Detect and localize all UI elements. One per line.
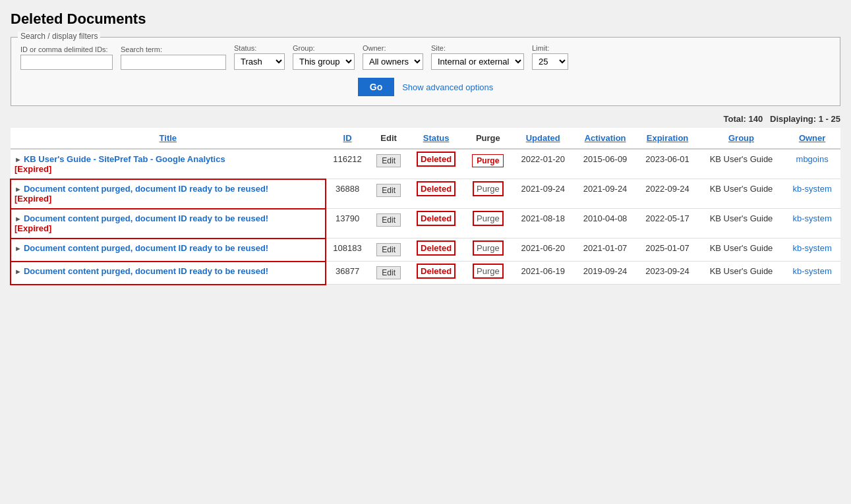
doc-title-link[interactable]: KB User's Guide - SitePref Tab - Google … bbox=[24, 154, 225, 164]
cell-edit: Edit bbox=[369, 149, 408, 179]
doc-title-link[interactable]: Document content purged, document ID rea… bbox=[24, 266, 268, 276]
cell-group: KB User's Guide bbox=[699, 149, 784, 179]
limit-filter-select[interactable]: 25 50 100 bbox=[532, 53, 568, 70]
cell-status: Deleted bbox=[408, 209, 464, 238]
cell-owner: kb-system bbox=[784, 238, 840, 262]
show-advanced-link[interactable]: Show advanced options bbox=[402, 82, 493, 92]
edit-button[interactable]: Edit bbox=[376, 154, 401, 167]
cell-purge: Purge bbox=[464, 238, 512, 262]
col-owner-link[interactable]: Owner bbox=[799, 133, 825, 143]
owner-link[interactable]: kb-system bbox=[793, 184, 832, 194]
col-title-link[interactable]: Title bbox=[160, 133, 177, 143]
site-filter-group: Site: Internal or external Internal Exte… bbox=[431, 44, 524, 70]
col-expiration-link[interactable]: Expiration bbox=[647, 133, 689, 143]
col-edit: Edit bbox=[369, 128, 408, 149]
status-value: Deleted bbox=[417, 181, 455, 196]
owner-filter-select[interactable]: All owners bbox=[363, 53, 423, 70]
col-group-link[interactable]: Group bbox=[728, 133, 754, 143]
site-filter-label: Site: bbox=[431, 44, 524, 52]
expand-triangle[interactable]: ► bbox=[15, 267, 22, 275]
cell-owner: kb-system bbox=[784, 209, 840, 238]
expand-triangle[interactable]: ► bbox=[15, 215, 22, 223]
col-status-link[interactable]: Status bbox=[423, 133, 450, 143]
col-activation: Activation bbox=[574, 128, 636, 149]
col-status: Status bbox=[408, 128, 464, 149]
cell-expiration: 2023-09-24 bbox=[636, 262, 698, 285]
filters-legend: Search / display filters bbox=[18, 32, 100, 41]
total-count: Total: 140 bbox=[724, 114, 763, 124]
status-value: Deleted bbox=[417, 152, 455, 167]
table-row: ►Document content purged, document ID re… bbox=[11, 179, 840, 209]
limit-filter-label: Limit: bbox=[532, 44, 568, 52]
col-id-link[interactable]: ID bbox=[343, 133, 352, 143]
id-filter-group: ID or comma delimited IDs: bbox=[20, 45, 113, 70]
cell-title: ►Document content purged, document ID re… bbox=[11, 262, 326, 285]
col-id: ID bbox=[326, 128, 370, 149]
status-filter-label: Status: bbox=[234, 44, 285, 52]
id-filter-label: ID or comma delimited IDs: bbox=[20, 45, 113, 53]
edit-button[interactable]: Edit bbox=[376, 266, 401, 279]
go-button[interactable]: Go bbox=[358, 78, 394, 96]
group-filter-select[interactable]: This group All groups bbox=[293, 53, 355, 70]
cell-title: ►Document content purged, document ID re… bbox=[11, 179, 326, 209]
edit-button[interactable]: Edit bbox=[376, 243, 401, 256]
table-row: ►Document content purged, document ID re… bbox=[11, 238, 840, 262]
edit-button[interactable]: Edit bbox=[376, 213, 401, 227]
edit-button[interactable]: Edit bbox=[376, 184, 401, 197]
cell-owner: kb-system bbox=[784, 262, 840, 285]
cell-title: ►Document content purged, document ID re… bbox=[11, 209, 326, 238]
cell-updated: 2021-06-19 bbox=[512, 262, 573, 285]
cell-id: 116212 bbox=[326, 149, 370, 179]
cell-updated: 2021-06-20 bbox=[512, 238, 573, 262]
group-filter-label: Group: bbox=[293, 44, 355, 52]
cell-title: ►KB User's Guide - SitePref Tab - Google… bbox=[11, 149, 326, 179]
cell-id: 108183 bbox=[326, 238, 370, 262]
cell-updated: 2021-09-24 bbox=[512, 179, 573, 209]
status-filter-group: Status: Trash Active Inactive Deleted bbox=[234, 44, 285, 70]
doc-title-link[interactable]: Document content purged, document ID rea… bbox=[24, 213, 268, 223]
col-owner: Owner bbox=[784, 128, 840, 149]
cell-group: KB User's Guide bbox=[699, 238, 784, 262]
cell-owner: mbgoins bbox=[784, 149, 840, 179]
purge-button[interactable]: Purge bbox=[472, 154, 504, 167]
site-filter-select[interactable]: Internal or external Internal External bbox=[431, 53, 524, 70]
table-header-row: Title ID Edit Status Purge Updated Activ… bbox=[11, 128, 840, 149]
status-value: Deleted bbox=[417, 211, 455, 226]
expand-triangle[interactable]: ► bbox=[15, 185, 22, 193]
col-group: Group bbox=[699, 128, 784, 149]
cell-activation: 2021-01-07 bbox=[574, 238, 636, 262]
doc-title-link[interactable]: Document content purged, document ID rea… bbox=[24, 184, 268, 194]
owner-link[interactable]: mbgoins bbox=[796, 154, 829, 164]
purge-text: Purge bbox=[473, 181, 504, 196]
status-filter-select[interactable]: Trash Active Inactive Deleted bbox=[234, 53, 285, 70]
cell-status: Deleted bbox=[408, 238, 464, 262]
cell-activation: 2010-04-08 bbox=[574, 209, 636, 238]
owner-link[interactable]: kb-system bbox=[793, 243, 832, 253]
expand-triangle[interactable]: ► bbox=[15, 155, 22, 163]
col-updated-link[interactable]: Updated bbox=[526, 133, 560, 143]
cell-activation: 2015-06-09 bbox=[574, 149, 636, 179]
cell-purge: Purge bbox=[464, 209, 512, 238]
cell-id: 36877 bbox=[326, 262, 370, 285]
expand-triangle[interactable]: ► bbox=[15, 244, 22, 252]
owner-filter-label: Owner: bbox=[363, 44, 423, 52]
cell-expiration: 2022-05-17 bbox=[636, 209, 698, 238]
cell-edit: Edit bbox=[369, 179, 408, 209]
owner-link[interactable]: kb-system bbox=[793, 266, 832, 276]
purge-text: Purge bbox=[473, 211, 504, 226]
cell-expiration: 2023-06-01 bbox=[636, 149, 698, 179]
table-row: ►Document content purged, document ID re… bbox=[11, 209, 840, 238]
cell-title: ►Document content purged, document ID re… bbox=[11, 238, 326, 262]
cell-status: Deleted bbox=[408, 262, 464, 285]
search-filter-input[interactable] bbox=[121, 55, 226, 70]
doc-title-link[interactable]: Document content purged, document ID rea… bbox=[24, 243, 268, 253]
cell-edit: Edit bbox=[369, 238, 408, 262]
col-updated: Updated bbox=[512, 128, 573, 149]
cell-activation: 2021-09-24 bbox=[574, 179, 636, 209]
cell-status: Deleted bbox=[408, 179, 464, 209]
owner-link[interactable]: kb-system bbox=[793, 213, 832, 223]
purge-text: Purge bbox=[473, 264, 504, 279]
id-filter-input[interactable] bbox=[20, 55, 113, 70]
col-activation-link[interactable]: Activation bbox=[585, 133, 626, 143]
page-title: Deleted Documents bbox=[11, 11, 840, 28]
